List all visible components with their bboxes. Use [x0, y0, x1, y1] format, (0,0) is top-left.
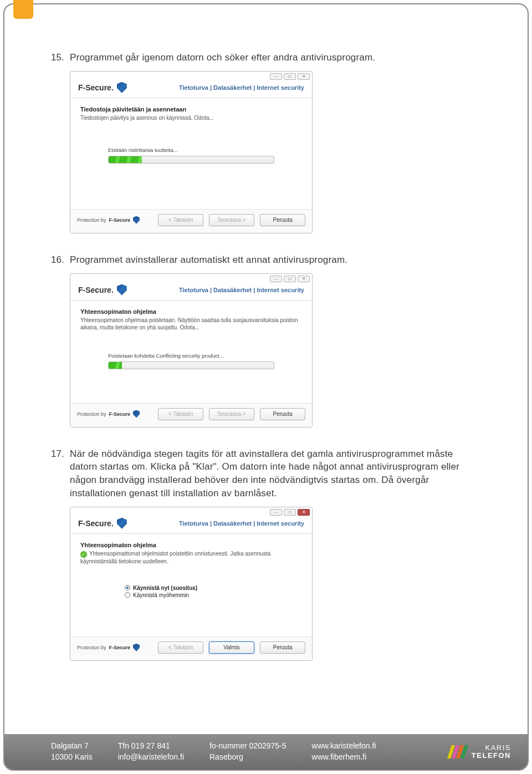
- shield-icon: [133, 410, 140, 418]
- protection-badge: Protection by F-Secure: [77, 410, 140, 418]
- instruction-step: 16. Programmet avinstallerar automatiskt…: [51, 253, 482, 267]
- radio-option-restart-now[interactable]: Käynnistä nyt (suositus): [125, 585, 258, 591]
- header-orange-tab: [13, 0, 33, 19]
- dialog-title: Tiedostoja päivitetään ja asennetaan: [80, 106, 302, 113]
- dialog-subtitle: ✓Yhteensopimattomat ohjelmistot poistett…: [80, 550, 302, 566]
- dialog-subtitle: Yhteensopimaton ohjelmaa poistetaan. Näy…: [80, 317, 302, 332]
- footer-address: Dalgatan 7 10300 Karis: [51, 741, 93, 762]
- dialog-subtitle-text: Yhteensopimattomat ohjelmistot poistetti…: [80, 551, 270, 564]
- restart-options: Käynnistä nyt (suositus) Käynnistä myöhe…: [125, 585, 258, 598]
- progress-bar: [108, 156, 274, 164]
- footer-line: Tfn 019 27 841: [118, 741, 184, 752]
- step-text: Programmet avinstallerar automatiskt ett…: [70, 253, 482, 267]
- dialog-title: Yhteensopimaton ohjelma: [80, 542, 302, 548]
- dialog-body: Yhteensopimaton ohjelma ✓Yhteensopimatto…: [70, 534, 312, 636]
- shield-icon: [133, 644, 140, 651]
- cancel-button[interactable]: Peruuta: [260, 641, 305, 654]
- progress-block: Etsitään ristiriitaisia tuotteita...: [108, 147, 274, 164]
- window-controls: — ▭ ✕: [70, 72, 312, 80]
- footer-line: fo-nummer 0202975-5: [209, 741, 287, 752]
- footer-line: info@karistelefon.fi: [118, 752, 184, 763]
- close-icon[interactable]: ✕: [298, 509, 310, 516]
- footer-contact: Tfn 019 27 841 info@karistelefon.fi: [118, 741, 184, 762]
- protection-prefix: Protection by: [77, 645, 106, 650]
- brand-name: F-Secure.: [78, 519, 114, 528]
- brand-name: F-Secure.: [78, 83, 114, 92]
- protection-prefix: Protection by: [77, 411, 106, 417]
- dialog-header: F-Secure. Tietoturva | Datasäkerhet | In…: [70, 80, 312, 96]
- progress-fill: [109, 362, 122, 369]
- window-controls: — ▭ ✕: [70, 507, 312, 516]
- close-icon[interactable]: ✕: [298, 276, 310, 282]
- dialog-footer: Protection by F-Secure < Takaisin Valmis…: [70, 636, 312, 660]
- fsecure-logo: F-Secure.: [78, 82, 127, 93]
- dialog-header: F-Secure. Tietoturva | Datasäkerhet | In…: [70, 516, 312, 532]
- footer-line: www.fiberhem.fi: [312, 752, 376, 763]
- cancel-button[interactable]: Peruuta: [260, 408, 305, 420]
- protection-brand: F-Secure: [109, 645, 131, 650]
- shield-icon: [117, 82, 127, 93]
- dialog-subtitle: Tiedostojen päivitys ja asennus on käynn…: [80, 114, 302, 122]
- dialog-footer: Protection by F-Secure < Takaisin Seuraa…: [70, 209, 312, 233]
- document-body: 15. Programmet går igenom datorn och sök…: [0, 0, 532, 661]
- back-button[interactable]: < Takaisin: [158, 641, 203, 654]
- checkmark-icon: ✓: [80, 551, 87, 558]
- dialog-body: Yhteensopimaton ohjelma Yhteensopimaton …: [70, 301, 312, 403]
- progress-fill: [109, 156, 142, 163]
- radio-icon: [125, 592, 130, 598]
- protection-badge: Protection by F-Secure: [77, 644, 140, 651]
- protection-badge: Protection by F-Secure: [77, 216, 140, 224]
- progress-bar: [108, 361, 274, 369]
- footer-line: Dalgatan 7: [51, 741, 93, 752]
- dialog-header: F-Secure. Tietoturva | Datasäkerhet | In…: [70, 282, 312, 299]
- footer-web: www.karistelefon.fi www.fiberhem.fi: [312, 741, 376, 762]
- back-button[interactable]: < Takaisin: [158, 214, 203, 226]
- brand-line1: KARIS: [472, 744, 511, 752]
- maximize-icon[interactable]: ▭: [284, 276, 296, 282]
- logo-stripes-icon: [447, 745, 468, 758]
- radio-option-restart-later[interactable]: Käynnistä myöhemmin: [125, 592, 258, 598]
- button-row: < Takaisin Valmis Peruuta: [158, 641, 305, 654]
- footer-brand: KARIS TELEFON: [472, 744, 511, 759]
- dialog-body: Tiedostoja päivitetään ja asennetaan Tie…: [70, 98, 312, 209]
- installer-dialog-3: — ▭ ✕ F-Secure. Tietoturva | Datasäkerhe…: [70, 507, 313, 661]
- tagline: Tietoturva | Datasäkerhet | Internet sec…: [179, 287, 304, 293]
- installer-dialog-1: — ▭ ✕ F-Secure. Tietoturva | Datasäkerhe…: [70, 71, 313, 233]
- next-button[interactable]: Seuraava >: [209, 214, 254, 226]
- protection-brand: F-Secure: [109, 217, 131, 223]
- brand-line2: TELEFON: [472, 752, 511, 760]
- maximize-icon[interactable]: ▭: [284, 509, 296, 516]
- done-button[interactable]: Valmis: [209, 641, 254, 654]
- minimize-icon[interactable]: —: [270, 276, 282, 282]
- minimize-icon[interactable]: —: [270, 509, 282, 516]
- footer-logo: KARIS TELEFON: [449, 744, 511, 759]
- radio-label: Käynnistä myöhemmin: [133, 592, 189, 598]
- progress-block: Poistetaan kohdetta Conflicting security…: [108, 353, 274, 369]
- step-text: När de nödvändiga stegen tagits för att …: [70, 447, 482, 500]
- installer-dialog-2: — ▭ ✕ F-Secure. Tietoturva | Datasäkerhe…: [70, 273, 313, 427]
- page-footer: Dalgatan 7 10300 Karis Tfn 019 27 841 in…: [4, 734, 528, 770]
- footer-line: 10300 Karis: [51, 752, 93, 763]
- maximize-icon[interactable]: ▭: [284, 73, 296, 80]
- next-button[interactable]: Seuraava >: [209, 408, 254, 420]
- shield-icon: [117, 284, 127, 296]
- button-row: < Takaisin Seuraava > Peruuta: [158, 408, 305, 420]
- instruction-step: 17. När de nödvändiga stegen tagits för …: [51, 447, 482, 500]
- fsecure-logo: F-Secure.: [78, 518, 127, 529]
- close-icon[interactable]: ✕: [298, 73, 310, 80]
- button-row: < Takaisin Seuraava > Peruuta: [158, 214, 305, 226]
- step-number: 15.: [51, 51, 70, 64]
- cancel-button[interactable]: Peruuta: [260, 214, 305, 226]
- shield-icon: [117, 518, 127, 529]
- dialog-title: Yhteensopimaton ohjelma: [80, 308, 302, 315]
- progress-label: Poistetaan kohdetta Conflicting security…: [108, 353, 274, 359]
- tagline: Tietoturva | Datasäkerhet | Internet sec…: [179, 84, 304, 91]
- footer-org: fo-nummer 0202975-5 Raseborg: [209, 741, 287, 762]
- dialog-footer: Protection by F-Secure < Takaisin Seuraa…: [70, 403, 312, 427]
- brand-name: F-Secure.: [78, 286, 114, 294]
- radio-icon: [125, 585, 130, 590]
- protection-brand: F-Secure: [109, 411, 131, 417]
- protection-prefix: Protection by: [77, 217, 106, 223]
- back-button[interactable]: < Takaisin: [158, 408, 203, 420]
- minimize-icon[interactable]: —: [270, 73, 282, 80]
